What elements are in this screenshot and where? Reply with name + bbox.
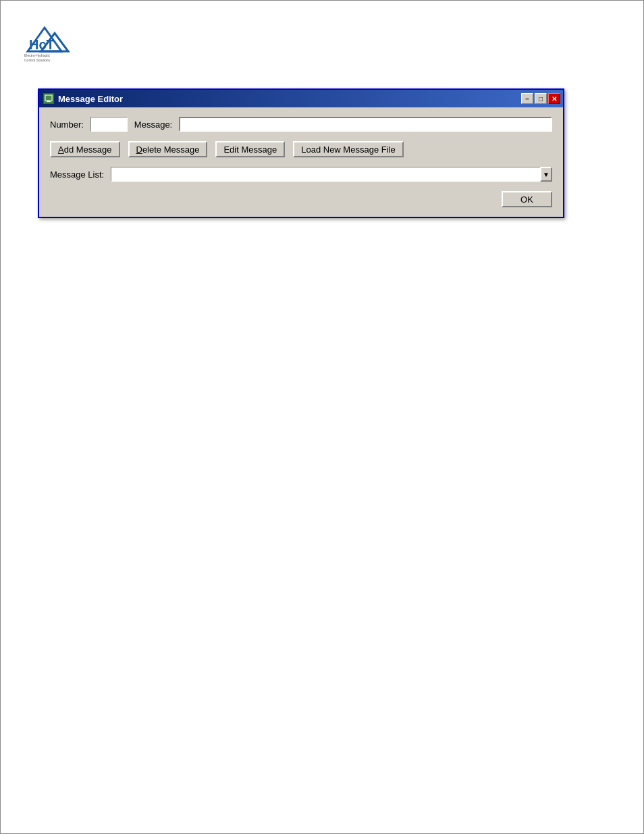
delete-message-button[interactable]: Delete Message [128,141,208,157]
row-number-message: Number: Message: [50,117,552,132]
logo-area: HcT Electro-Hydraulic Control Solutions [21,14,82,65]
message-list-wrapper: ▼ [111,167,552,182]
title-bar-left: Message Editor [43,93,123,104]
edit-message-button[interactable]: Edit Message [215,141,285,157]
edit-message-label: Edit Message [223,145,277,155]
ok-button[interactable]: OK [502,191,552,207]
row-ok: OK [50,191,552,207]
row-buttons: Add Message Delete Message Edit Message … [50,141,552,157]
dialog-window: Message Editor – □ ✕ Number: Message: Ad… [38,88,564,218]
minimize-button[interactable]: – [521,93,533,104]
add-message-button[interactable]: Add Message [50,141,120,157]
svg-text:Control Solutions: Control Solutions [24,58,51,62]
number-label: Number: [50,120,84,130]
message-list-label: Message List: [50,170,104,180]
page-container: HcT Electro-Hydraulic Control Solutions … [1,1,643,833]
monitor-icon [43,93,54,104]
close-button[interactable]: ✕ [548,93,560,104]
load-new-message-file-button[interactable]: Load New Message File [293,141,403,157]
message-input[interactable] [179,117,552,132]
svg-rect-7 [47,101,51,102]
dialog-content: Number: Message: Add Message Delete Mess… [39,107,563,217]
svg-rect-5 [45,95,52,101]
svg-text:HcT: HcT [29,37,55,52]
maximize-button[interactable]: □ [535,93,547,104]
message-list-select[interactable] [111,167,552,182]
message-label: Message: [134,120,172,130]
number-input[interactable] [90,117,128,132]
row-message-list: Message List: ▼ [50,167,552,182]
title-bar-controls: – □ ✕ [521,93,560,104]
svg-rect-6 [47,101,50,101]
load-message-label: Load New Message File [301,145,395,155]
title-bar: Message Editor – □ ✕ [39,90,563,107]
hct-logo: HcT Electro-Hydraulic Control Solutions [21,14,82,65]
svg-text:Electro-Hydraulic: Electro-Hydraulic [24,53,51,57]
dialog-title: Message Editor [58,94,123,104]
